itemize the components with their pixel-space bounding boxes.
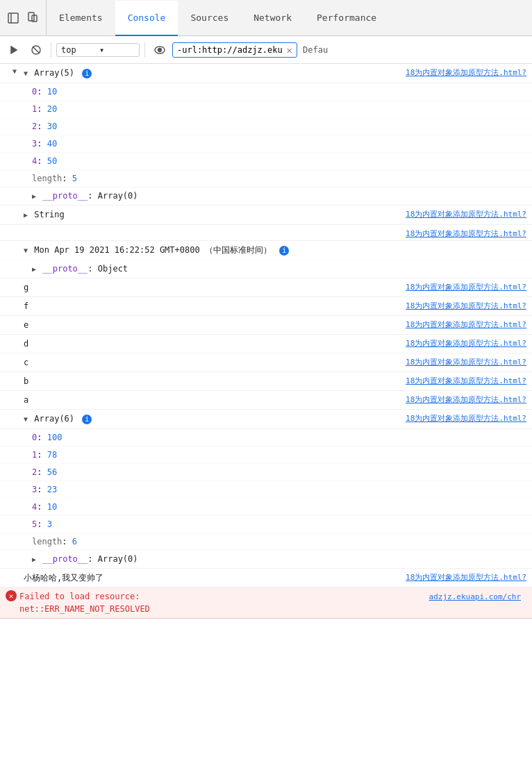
array5-item-4: 4: 50	[0, 153, 532, 170]
row-a: a 18为内置对象添加原型方法.html?	[0, 391, 532, 410]
array5-header-row: Array(5) i 18为内置对象添加原型方法.html?	[0, 64, 532, 83]
tab-network[interactable]: Network	[241, 1, 304, 36]
tab-console[interactable]: Console	[115, 1, 178, 36]
row-b-source[interactable]: 18为内置对象添加原型方法.html?	[403, 374, 532, 386]
eye-button[interactable]	[150, 40, 169, 60]
cursor-icon[interactable]	[6, 10, 21, 26]
error-icon: ✕	[6, 590, 17, 601]
array5-expand[interactable]	[0, 65, 21, 75]
date-header-row: Mon Apr 19 2021 16:22:52 GMT+0800 （中国标准时…	[0, 241, 532, 260]
array5-source[interactable]: 18为内置对象添加原型方法.html?	[403, 65, 532, 78]
svg-rect-0	[8, 13, 18, 23]
array6-item-4: 4: 10	[0, 499, 532, 516]
filter-clear-icon[interactable]: ✕	[287, 44, 292, 56]
row-c: c 18为内置对象添加原型方法.html?	[0, 353, 532, 372]
array5-item-2: 2: 30	[0, 118, 532, 135]
tab-sources[interactable]: Sources	[178, 1, 241, 36]
array6-item-0: 0: 100	[0, 429, 532, 446]
empty-row: 18为内置对象添加原型方法.html?	[0, 225, 532, 241]
row-xiaoyang-source[interactable]: 18为内置对象添加原型方法.html?	[403, 570, 532, 583]
svg-rect-2	[28, 12, 34, 21]
filter-input[interactable]	[177, 45, 284, 55]
array5-item-0: 0: 10	[0, 83, 532, 101]
array6-header-row: Array(6) i 18为内置对象添加原型方法.html?	[0, 410, 532, 429]
divider	[51, 42, 51, 58]
svg-line-6	[33, 47, 40, 53]
context-selector[interactable]: top ▾	[56, 43, 140, 57]
row-f-source[interactable]: 18为内置对象添加原型方法.html?	[403, 299, 532, 311]
string-label: String	[34, 210, 64, 219]
date-label: Mon Apr 19 2021 16:22:52 GMT+0800 （中国标准时…	[34, 245, 272, 255]
row-d-source[interactable]: 18为内置对象添加原型方法.html?	[403, 336, 532, 349]
array6-info-icon[interactable]: i	[82, 415, 92, 424]
device-icon[interactable]	[25, 10, 40, 26]
error-source[interactable]: adzjz.ekuapi.com/chr	[426, 590, 526, 601]
block-button[interactable]	[26, 40, 46, 60]
array5-label: Array(5)	[34, 68, 74, 78]
row-b: b 18为内置对象添加原型方法.html?	[0, 372, 532, 391]
array6-item-1: 1: 78	[0, 446, 532, 464]
array6-label: Array(6)	[34, 414, 74, 424]
row-f: f 18为内置对象添加原型方法.html?	[0, 297, 532, 316]
chevron-down-icon: ▾	[99, 45, 135, 55]
tab-bar: Elements Console Sources Network Perform…	[0, 0, 532, 36]
tab-performance[interactable]: Performance	[304, 1, 389, 36]
default-label: Defau	[303, 45, 328, 55]
row-a-source[interactable]: 18为内置对象添加原型方法.html?	[403, 392, 532, 405]
row-xiaoyang: 小杨哈哈,我又变帅了 18为内置对象添加原型方法.html?	[0, 569, 532, 587]
error-text: Failed to load resource:net::ERR_NAME_NO…	[19, 590, 150, 615]
svg-point-8	[158, 48, 162, 51]
string-source[interactable]: 18为内置对象添加原型方法.html?	[403, 207, 532, 219]
array5-proto: __proto__: Array(0)	[0, 187, 532, 206]
row-g-source[interactable]: 18为内置对象添加原型方法.html?	[403, 280, 532, 292]
array5-length: length: 5	[0, 170, 532, 187]
string-row: String 18为内置对象添加原型方法.html?	[0, 206, 532, 225]
devtools-icons	[0, 0, 47, 35]
array6-item-5: 5: 3	[0, 516, 532, 533]
array5-item-3: 3: 40	[0, 135, 532, 153]
row-e-source[interactable]: 18为内置对象添加原型方法.html?	[403, 317, 532, 330]
date-proto: __proto__: Object	[0, 260, 532, 278]
play-button[interactable]	[4, 40, 24, 60]
row-d: d 18为内置对象添加原型方法.html?	[0, 335, 532, 353]
console-toolbar: top ▾ ✕ Defau	[0, 36, 532, 64]
divider2	[144, 42, 145, 58]
array6-source[interactable]: 18为内置对象添加原型方法.html?	[403, 411, 532, 424]
row-c-source[interactable]: 18为内置对象添加原型方法.html?	[403, 355, 532, 367]
empty-row-source[interactable]: 18为内置对象添加原型方法.html?	[403, 226, 532, 239]
array5-item-1: 1: 20	[0, 101, 532, 118]
string-expand[interactable]	[0, 207, 21, 209]
date-info-icon[interactable]: i	[279, 246, 289, 256]
row-g: g 18为内置对象添加原型方法.html?	[0, 278, 532, 297]
filter-input-wrapper[interactable]: ✕	[172, 42, 297, 58]
tab-elements[interactable]: Elements	[47, 1, 115, 36]
array6-length: length: 6	[0, 533, 532, 551]
row-e: e 18为内置对象添加原型方法.html?	[0, 316, 532, 335]
array5-info-icon[interactable]: i	[82, 69, 92, 78]
array6-proto: __proto__: Array(0)	[0, 551, 532, 569]
svg-marker-4	[11, 47, 17, 53]
console-output: Array(5) i 18为内置对象添加原型方法.html? 0: 10 1: …	[0, 64, 532, 768]
array6-item-2: 2: 56	[0, 464, 532, 481]
array6-item-3: 3: 23	[0, 481, 532, 499]
error-row: ✕ Failed to load resource:net::ERR_NAME_…	[0, 587, 532, 619]
